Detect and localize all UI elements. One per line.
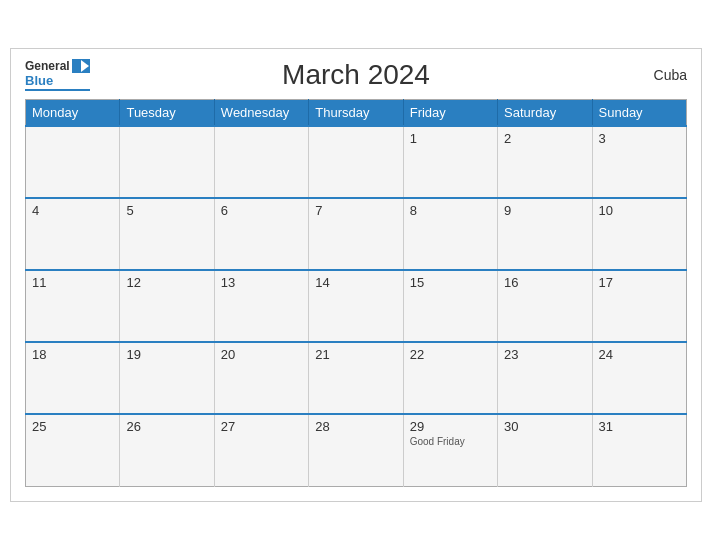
day-number-23: 23 (504, 347, 518, 362)
header-tuesday: Tuesday (120, 100, 214, 127)
calendar-cell-w4-d1: 18 (26, 342, 120, 414)
calendar-cell-w1-d1 (26, 126, 120, 198)
country-label: Cuba (654, 67, 687, 83)
week-row-1: 123 (26, 126, 687, 198)
calendar-cell-w1-d6: 2 (498, 126, 592, 198)
day-number-22: 22 (410, 347, 424, 362)
day-number-14: 14 (315, 275, 329, 290)
header-thursday: Thursday (309, 100, 403, 127)
calendar-cell-w1-d5: 1 (403, 126, 497, 198)
header-monday: Monday (26, 100, 120, 127)
calendar-cell-w3-d7: 17 (592, 270, 686, 342)
calendar-cell-w1-d4 (309, 126, 403, 198)
day-number-12: 12 (126, 275, 140, 290)
calendar-cell-w4-d4: 21 (309, 342, 403, 414)
logo-general-text: General (25, 59, 70, 73)
day-number-21: 21 (315, 347, 329, 362)
day-number-18: 18 (32, 347, 46, 362)
day-number-13: 13 (221, 275, 235, 290)
calendar-cell-w4-d2: 19 (120, 342, 214, 414)
weekday-header-row: Monday Tuesday Wednesday Thursday Friday… (26, 100, 687, 127)
day-number-31: 31 (599, 419, 613, 434)
calendar-cell-w5-d3: 27 (214, 414, 308, 486)
calendar-cell-w4-d3: 20 (214, 342, 308, 414)
week-row-5: 2526272829Good Friday3031 (26, 414, 687, 486)
day-number-5: 5 (126, 203, 133, 218)
calendar-cell-w2-d5: 8 (403, 198, 497, 270)
day-number-2: 2 (504, 131, 511, 146)
day-number-16: 16 (504, 275, 518, 290)
day-number-19: 19 (126, 347, 140, 362)
day-number-24: 24 (599, 347, 613, 362)
day-number-28: 28 (315, 419, 329, 434)
calendar-cell-w2-d4: 7 (309, 198, 403, 270)
calendar-cell-w1-d2 (120, 126, 214, 198)
day-number-9: 9 (504, 203, 511, 218)
calendar-grid: Monday Tuesday Wednesday Thursday Friday… (25, 99, 687, 487)
calendar-cell-w2-d2: 5 (120, 198, 214, 270)
calendar-cell-w2-d7: 10 (592, 198, 686, 270)
calendar-title: March 2024 (282, 59, 430, 91)
calendar-cell-w4-d5: 22 (403, 342, 497, 414)
calendar-cell-w3-d3: 13 (214, 270, 308, 342)
day-number-8: 8 (410, 203, 417, 218)
day-number-3: 3 (599, 131, 606, 146)
day-number-27: 27 (221, 419, 235, 434)
calendar-cell-w5-d2: 26 (120, 414, 214, 486)
day-number-29: 29 (410, 419, 424, 434)
calendar-cell-w3-d1: 11 (26, 270, 120, 342)
calendar-cell-w2-d6: 9 (498, 198, 592, 270)
day-number-30: 30 (504, 419, 518, 434)
week-row-2: 45678910 (26, 198, 687, 270)
calendar-cell-w5-d4: 28 (309, 414, 403, 486)
calendar-cell-w1-d7: 3 (592, 126, 686, 198)
calendar-cell-w5-d7: 31 (592, 414, 686, 486)
day-number-20: 20 (221, 347, 235, 362)
calendar-cell-w4-d6: 23 (498, 342, 592, 414)
calendar-cell-w3-d5: 15 (403, 270, 497, 342)
calendar-header: General Blue March 2024 Cuba (25, 59, 687, 91)
calendar-cell-w1-d3 (214, 126, 308, 198)
day-number-10: 10 (599, 203, 613, 218)
header-friday: Friday (403, 100, 497, 127)
calendar-cell-w2-d3: 6 (214, 198, 308, 270)
calendar-cell-w5-d1: 25 (26, 414, 120, 486)
logo-blue-text: Blue (25, 73, 53, 88)
day-number-15: 15 (410, 275, 424, 290)
header-saturday: Saturday (498, 100, 592, 127)
day-number-6: 6 (221, 203, 228, 218)
logo-underline (25, 89, 90, 91)
header-sunday: Sunday (592, 100, 686, 127)
header-wednesday: Wednesday (214, 100, 308, 127)
holiday-label-29: Good Friday (410, 436, 491, 447)
week-row-4: 18192021222324 (26, 342, 687, 414)
day-number-26: 26 (126, 419, 140, 434)
calendar-cell-w5-d5: 29Good Friday (403, 414, 497, 486)
calendar-wrapper: General Blue March 2024 Cuba Monday Tues… (10, 48, 702, 502)
calendar-cell-w3-d2: 12 (120, 270, 214, 342)
day-number-7: 7 (315, 203, 322, 218)
day-number-11: 11 (32, 275, 46, 290)
logo-flag-icon (72, 59, 90, 73)
day-number-25: 25 (32, 419, 46, 434)
calendar-cell-w4-d7: 24 (592, 342, 686, 414)
day-number-1: 1 (410, 131, 417, 146)
calendar-cell-w2-d1: 4 (26, 198, 120, 270)
calendar-cell-w3-d6: 16 (498, 270, 592, 342)
day-number-17: 17 (599, 275, 613, 290)
day-number-4: 4 (32, 203, 39, 218)
logo: General Blue (25, 59, 90, 91)
calendar-cell-w5-d6: 30 (498, 414, 592, 486)
week-row-3: 11121314151617 (26, 270, 687, 342)
calendar-cell-w3-d4: 14 (309, 270, 403, 342)
